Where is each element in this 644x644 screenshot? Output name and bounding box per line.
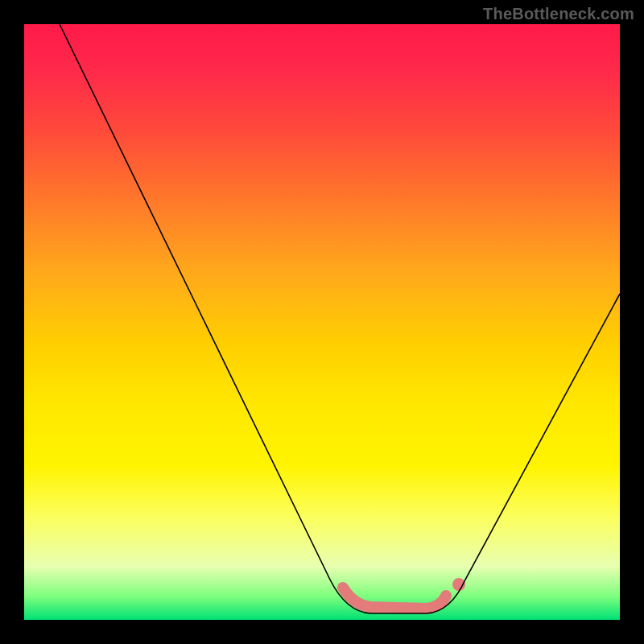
chart-svg (24, 24, 620, 620)
bottleneck-curve (60, 24, 620, 613)
bottom-accent (343, 578, 465, 609)
chart-frame: TheBottleneck.com (0, 0, 644, 644)
watermark-text: TheBottleneck.com (483, 5, 634, 23)
plot-area (24, 24, 620, 620)
